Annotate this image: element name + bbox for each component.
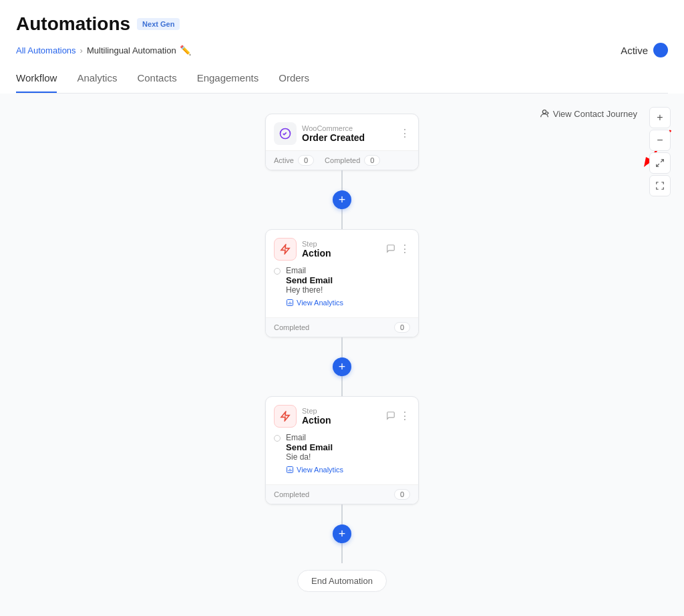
step2-title: Action	[302, 415, 386, 426]
step2-detail-subtitle: Sie da!	[286, 452, 311, 462]
status-area: Active	[621, 43, 668, 57]
status-label: Active	[621, 45, 648, 56]
breadcrumb: All Automations › Multilingual Automatio…	[16, 45, 191, 55]
step2-card: Step Action ⋮ Email S	[265, 396, 419, 504]
status-dot[interactable]	[653, 43, 668, 57]
zoom-in-button[interactable]: +	[649, 107, 671, 128]
breadcrumb-current: Multilingual Automation ✏️	[87, 45, 191, 55]
trigger-card: WooCommerce Order Created ⋮ Active 0 Com…	[265, 114, 419, 170]
step1-comment-icon[interactable]	[386, 244, 395, 255]
step1-icon	[274, 238, 297, 261]
step2-icon	[274, 405, 297, 428]
trigger-source: WooCommerce	[302, 124, 399, 132]
breadcrumb-parent[interactable]: All Automations	[16, 45, 76, 55]
zoom-out-button[interactable]: −	[649, 130, 671, 151]
svg-line-3	[661, 160, 663, 162]
trigger-completed-count: 0	[364, 155, 380, 166]
step2-completed-label: Completed	[274, 490, 309, 498]
breadcrumb-separator: ›	[80, 45, 83, 55]
step2-type: Step	[302, 407, 386, 415]
view-journey-label: View Contact Journey	[553, 109, 637, 119]
tab-analytics[interactable]: Analytics	[77, 64, 117, 93]
add-step-button-3[interactable]: +	[333, 524, 351, 543]
svg-line-4	[657, 164, 659, 166]
trigger-title: Order Created	[302, 132, 399, 143]
svg-marker-6	[281, 245, 289, 253]
tabs-bar: Workflow Analytics Contacts Engagements …	[16, 64, 668, 94]
trigger-active-count: 0	[298, 155, 314, 166]
step1-detail-subtitle: Hey there!	[286, 285, 323, 295]
step1-card: Step Action ⋮ Email S	[265, 229, 419, 337]
connector-2: +	[333, 337, 351, 396]
step1-view-analytics[interactable]: View Analytics	[286, 299, 410, 307]
step2-detail-type: Email	[286, 433, 306, 442]
step1-detail-title: Send Email	[286, 275, 333, 285]
page-title: Automations	[16, 13, 130, 35]
step1-menu-icon[interactable]: ⋮	[399, 244, 410, 255]
svg-marker-8	[281, 412, 289, 420]
tab-engagements[interactable]: Engagements	[197, 64, 259, 93]
step1-completed-count: 0	[394, 322, 410, 333]
step2-menu-icon[interactable]: ⋮	[399, 411, 410, 422]
connector-3: +	[333, 504, 351, 563]
step1-completed-label: Completed	[274, 323, 309, 331]
step2-completed-count: 0	[394, 489, 410, 500]
svg-point-0	[542, 110, 546, 114]
woocommerce-icon	[274, 122, 297, 145]
tab-orders[interactable]: Orders	[279, 64, 309, 93]
connector-1: +	[333, 170, 351, 229]
next-gen-badge: Next Gen	[137, 18, 180, 30]
add-step-button-1[interactable]: +	[333, 190, 351, 209]
step1-title: Action	[302, 248, 386, 259]
workflow-canvas: View Contact Journey + −	[0, 94, 684, 616]
fit-view-button[interactable]	[649, 152, 671, 174]
trigger-menu-icon[interactable]: ⋮	[399, 128, 410, 139]
step2-detail-title: Send Email	[286, 442, 333, 452]
step2-view-analytics[interactable]: View Analytics	[286, 466, 410, 474]
step1-footer: Completed 0	[266, 317, 418, 337]
zoom-controls: + −	[649, 107, 671, 196]
trigger-active-label: Active	[274, 156, 294, 164]
tab-workflow[interactable]: Workflow	[16, 64, 57, 93]
tab-contacts[interactable]: Contacts	[137, 64, 176, 93]
trigger-footer: Active 0 Completed 0	[266, 150, 418, 170]
trigger-completed-label: Completed	[325, 156, 360, 164]
step1-detail-type: Email	[286, 266, 306, 275]
edit-icon[interactable]: ✏️	[180, 45, 191, 55]
workflow-nodes: WooCommerce Order Created ⋮ Active 0 Com…	[265, 94, 419, 592]
add-step-button-2[interactable]: +	[333, 357, 351, 376]
end-automation-button[interactable]: End Automation	[297, 570, 387, 592]
view-journey-button[interactable]: View Contact Journey	[539, 108, 637, 119]
expand-button[interactable]	[649, 175, 671, 196]
step1-type: Step	[302, 240, 386, 248]
step2-comment-icon[interactable]	[386, 411, 395, 422]
step2-footer: Completed 0	[266, 484, 418, 504]
